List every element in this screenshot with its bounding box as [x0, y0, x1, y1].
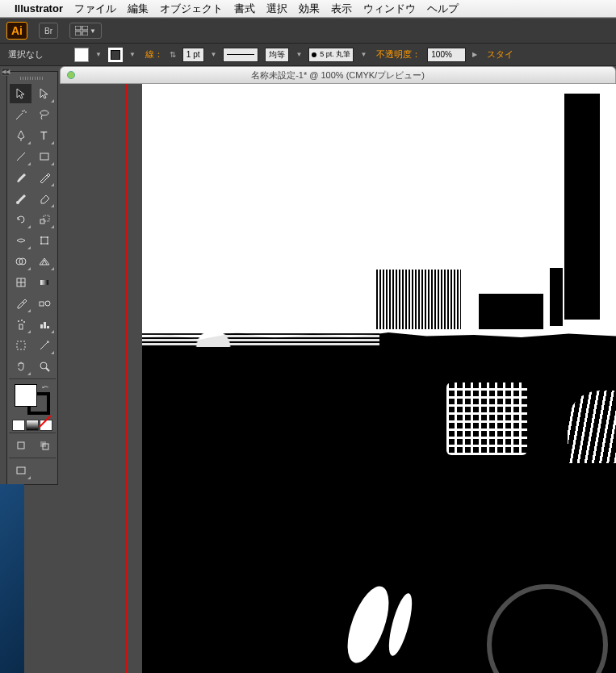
tools-panel: T	[6, 71, 58, 485]
svg-rect-21	[40, 280, 48, 285]
svg-rect-24	[19, 324, 23, 329]
desktop-background	[0, 484, 24, 673]
pen-tool[interactable]	[10, 126, 31, 145]
window-close-icon[interactable]	[67, 71, 75, 79]
lasso-tool[interactable]	[33, 105, 55, 124]
svg-point-32	[40, 362, 47, 369]
chevron-down-icon: ▼	[90, 27, 96, 35]
selection-tool[interactable]	[10, 84, 31, 103]
stroke-profile-dropdown[interactable]	[223, 48, 258, 62]
svg-point-26	[21, 320, 23, 321]
menu-view[interactable]: 表示	[331, 2, 352, 16]
panel-grabber[interactable]	[9, 75, 56, 82]
screen-mode-button[interactable]	[10, 461, 31, 480]
artwork-content	[142, 84, 616, 673]
svg-text:T: T	[40, 129, 48, 142]
mesh-tool[interactable]	[10, 273, 31, 292]
opacity-field[interactable]: 100%	[427, 48, 466, 62]
workspace: T	[0, 66, 616, 673]
arrange-documents-button[interactable]: ▼	[69, 23, 102, 39]
svg-point-27	[23, 321, 25, 323]
svg-point-23	[45, 301, 50, 306]
svg-rect-31	[17, 341, 25, 349]
stroke-color-swatch[interactable]	[108, 48, 123, 62]
width-tool[interactable]	[10, 231, 31, 250]
bridge-button[interactable]: Br	[39, 23, 58, 39]
blob-brush-tool[interactable]	[10, 189, 31, 208]
svg-rect-34	[18, 442, 24, 449]
selection-status: 選択なし	[8, 48, 44, 61]
menu-edit[interactable]: 編集	[128, 2, 149, 16]
menu-effect[interactable]: 効果	[299, 2, 320, 16]
free-transform-tool[interactable]	[33, 231, 55, 250]
type-tool[interactable]: T	[33, 126, 55, 145]
svg-rect-30	[47, 326, 49, 328]
panel-collapse-button[interactable]: ◀◀	[2, 68, 10, 76]
eyedropper-tool[interactable]	[10, 294, 31, 313]
chevron-down-icon[interactable]: ▼	[211, 51, 217, 58]
magic-wand-tool[interactable]	[10, 105, 31, 124]
mac-menubar: Illustrator ファイル 編集 オブジェクト 書式 選択 効果 表示 ウ…	[0, 0, 616, 18]
draw-behind-button[interactable]	[33, 436, 55, 455]
hand-tool[interactable]	[10, 357, 31, 376]
fill-color-swatch[interactable]	[74, 48, 89, 62]
svg-rect-3	[82, 31, 88, 36]
gradient-mode-button[interactable]	[26, 420, 39, 431]
stepper-icon[interactable]: ⇅	[170, 50, 176, 59]
gradient-tool[interactable]	[33, 273, 55, 292]
chevron-down-icon[interactable]: ▼	[360, 51, 367, 58]
svg-rect-7	[40, 153, 48, 160]
svg-rect-22	[40, 302, 44, 306]
eraser-tool[interactable]	[33, 189, 55, 208]
menu-object[interactable]: オブジェクト	[160, 2, 223, 16]
fill-swatch[interactable]	[15, 384, 37, 407]
menu-type[interactable]: 書式	[234, 2, 255, 16]
brush-dropdown[interactable]: 5 pt. 丸筆	[308, 48, 354, 62]
empty-slot	[33, 461, 55, 480]
blend-tool[interactable]	[33, 294, 55, 313]
artboard[interactable]	[142, 84, 616, 673]
rotate-tool[interactable]	[10, 210, 31, 229]
zoom-tool[interactable]	[33, 357, 55, 376]
document-viewport[interactable]	[60, 84, 616, 673]
perspective-grid-tool[interactable]	[33, 252, 55, 271]
menu-help[interactable]: ヘルプ	[427, 2, 459, 16]
draw-normal-button[interactable]	[10, 436, 31, 455]
svg-rect-37	[17, 467, 25, 474]
rectangle-tool[interactable]	[33, 147, 55, 166]
stroke-profile-field[interactable]: 均等	[265, 48, 289, 62]
svg-line-33	[46, 368, 49, 371]
artboard-tool[interactable]	[10, 336, 31, 355]
direct-selection-tool[interactable]	[33, 84, 55, 103]
none-mode-button[interactable]	[40, 420, 52, 431]
svg-point-8	[16, 201, 19, 204]
scale-tool[interactable]	[33, 210, 55, 229]
chevron-down-icon[interactable]: ▼	[95, 51, 102, 58]
control-bar: 選択なし ▼ ▼ 線： ⇅ 1 pt▼ 均等▼ 5 pt. 丸筆▼ 不透明度： …	[0, 44, 616, 66]
pencil-tool[interactable]	[33, 168, 55, 187]
svg-rect-28	[40, 324, 43, 328]
guide-vertical[interactable]	[126, 84, 127, 673]
swap-fill-stroke-icon[interactable]: ⤺	[42, 382, 48, 391]
menu-window[interactable]: ウィンドウ	[363, 2, 416, 16]
symbol-sprayer-tool[interactable]	[10, 315, 31, 334]
shape-builder-tool[interactable]	[10, 252, 31, 271]
fill-stroke-control[interactable]: ⤺	[13, 382, 52, 416]
line-tool[interactable]	[10, 147, 31, 166]
chevron-down-icon[interactable]: ▼	[129, 51, 136, 58]
chevron-down-icon[interactable]: ▶	[472, 51, 477, 58]
document-titlebar[interactable]: 名称未設定-1* @ 100% (CMYK/プレビュー)	[60, 66, 616, 84]
color-mode-button[interactable]	[12, 420, 25, 431]
app-menu[interactable]: Illustrator	[15, 2, 63, 15]
svg-rect-1	[82, 26, 88, 30]
slice-tool[interactable]	[33, 336, 55, 355]
grid-icon	[75, 26, 88, 36]
svg-point-15	[47, 243, 48, 245]
stroke-weight-field[interactable]: 1 pt	[182, 48, 204, 62]
paintbrush-tool[interactable]	[10, 168, 31, 187]
menu-select[interactable]: 選択	[266, 2, 287, 16]
svg-point-12	[40, 236, 42, 238]
menu-file[interactable]: ファイル	[74, 2, 116, 16]
column-graph-tool[interactable]	[33, 315, 55, 334]
chevron-down-icon[interactable]: ▼	[295, 51, 302, 58]
